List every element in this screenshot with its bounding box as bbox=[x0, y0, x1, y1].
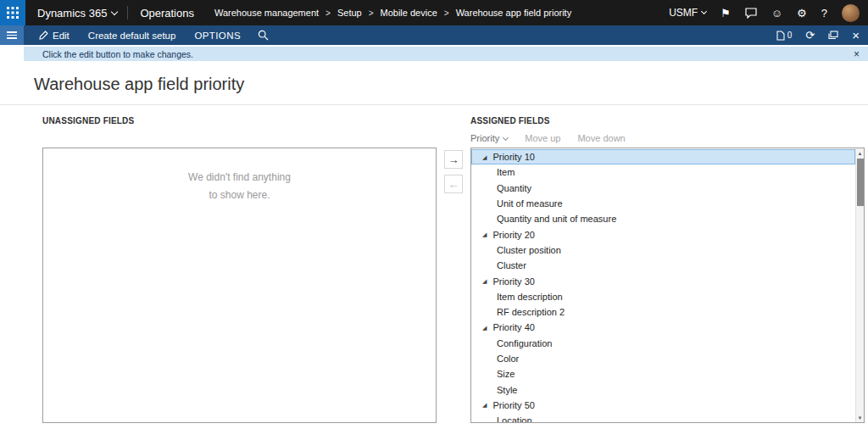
move-to-assigned-button[interactable]: ← bbox=[444, 175, 463, 193]
transfer-buttons: → ← bbox=[437, 116, 470, 423]
unassigned-fields-section: UNASSIGNED FIELDS We didn't find anythin… bbox=[42, 116, 437, 423]
tree-item-row[interactable]: Unit of measure bbox=[471, 196, 855, 211]
close-page-icon[interactable]: × bbox=[852, 29, 860, 42]
tree-item-row[interactable]: Cluster position bbox=[471, 242, 855, 258]
move-down-button[interactable]: Move down bbox=[577, 133, 625, 143]
attachment-doc-icon bbox=[776, 31, 785, 41]
arrow-left-icon: ← bbox=[448, 178, 459, 191]
breadcrumb: Warehouse management>Setup>Mobile device… bbox=[214, 8, 571, 18]
product-name: Dynamics 365 bbox=[37, 7, 107, 20]
scrollbar-thumb[interactable] bbox=[857, 159, 864, 206]
pencil-icon bbox=[39, 31, 48, 40]
tree-item-row[interactable]: Item description bbox=[471, 289, 855, 304]
unassigned-fields-header: UNASSIGNED FIELDS bbox=[42, 116, 437, 128]
edit-button-label: Edit bbox=[53, 31, 70, 41]
tree-item-label: Quantity and unit of measure bbox=[497, 214, 616, 224]
scroll-up-icon[interactable]: ▲ bbox=[858, 148, 863, 158]
move-up-label: Move up bbox=[525, 133, 560, 143]
assigned-fields-listbox[interactable]: ◢Priority 10ItemQuantityUnit of measureQ… bbox=[470, 148, 865, 423]
options-menu-button[interactable]: OPTIONS bbox=[191, 31, 244, 41]
tree-item-label: Quantity bbox=[497, 183, 531, 193]
tree-item-row[interactable]: Quantity bbox=[471, 181, 855, 196]
expand-collapse-icon[interactable]: ◢ bbox=[482, 231, 487, 237]
tree-group-label: Priority 40 bbox=[492, 322, 535, 332]
tree-group-label: Priority 50 bbox=[492, 400, 535, 410]
app-window: Dynamics 365 Operations Warehouse manage… bbox=[0, 0, 868, 423]
tree-item-row[interactable]: RF description 2 bbox=[471, 304, 855, 320]
product-switcher[interactable]: Dynamics 365 bbox=[25, 7, 127, 20]
tree-item-row[interactable]: Quantity and unit of measure bbox=[471, 211, 855, 226]
search-icon[interactable] bbox=[258, 30, 269, 41]
tree-group-row[interactable]: ◢Priority 20 bbox=[471, 226, 855, 242]
scrollbar[interactable]: ▲ ▼ bbox=[855, 148, 864, 422]
tree-item-label: RF description 2 bbox=[497, 307, 565, 317]
expand-collapse-icon[interactable]: ◢ bbox=[482, 325, 487, 331]
tree-item-row[interactable]: Cluster bbox=[471, 258, 855, 273]
unassigned-toolbar-spacer bbox=[42, 129, 437, 148]
app-launcher-button[interactable] bbox=[0, 0, 25, 25]
assigned-toolbar: Priority Move up Move down bbox=[470, 129, 865, 148]
breadcrumb-separator-icon: > bbox=[326, 8, 331, 18]
company-picker[interactable]: USMF bbox=[669, 7, 706, 19]
move-to-unassigned-button[interactable]: → bbox=[444, 150, 463, 169]
tree-item-label: Item description bbox=[497, 292, 563, 302]
page-header: Warehouse app field priority bbox=[0, 61, 868, 105]
gear-icon[interactable]: ⚙ bbox=[797, 8, 807, 19]
edit-button[interactable]: Edit bbox=[36, 31, 73, 41]
help-icon[interactable]: ? bbox=[821, 8, 827, 19]
create-default-setup-button[interactable]: Create default setup bbox=[85, 31, 180, 41]
scroll-down-icon[interactable]: ▼ bbox=[858, 413, 863, 422]
feedback-icon[interactable] bbox=[745, 8, 757, 19]
chevron-down-icon bbox=[503, 134, 509, 140]
open-in-new-window-icon[interactable] bbox=[828, 31, 838, 40]
move-down-label: Move down bbox=[577, 133, 625, 143]
tree-item-row[interactable]: Location bbox=[471, 413, 855, 423]
arrow-right-icon: → bbox=[448, 153, 459, 166]
tree-item-row[interactable]: Item bbox=[471, 164, 855, 180]
tree-item-row[interactable]: Style bbox=[471, 382, 855, 397]
breadcrumb-item[interactable]: Mobile device bbox=[381, 8, 437, 18]
breadcrumb-item[interactable]: Warehouse management bbox=[214, 8, 319, 18]
message-bar: Click the edit button to make changes. × bbox=[24, 47, 868, 61]
tree-group-label: Priority 20 bbox=[492, 230, 535, 240]
expand-collapse-icon[interactable]: ◢ bbox=[482, 402, 487, 408]
assigned-fields-section: ASSIGNED FIELDS Priority Move up Move do… bbox=[470, 116, 865, 423]
flag-icon[interactable]: ⚑ bbox=[721, 8, 731, 19]
assigned-fields-header: ASSIGNED FIELDS bbox=[470, 116, 865, 128]
priority-dropdown[interactable]: Priority bbox=[470, 133, 508, 143]
tree-group-label: Priority 30 bbox=[492, 276, 535, 287]
tree-group-row[interactable]: ◢Priority 40 bbox=[471, 320, 855, 335]
attachments-button[interactable]: 0 bbox=[776, 31, 793, 41]
expand-collapse-icon[interactable]: ◢ bbox=[482, 278, 487, 284]
hamburger-menu-button[interactable] bbox=[0, 25, 24, 45]
priority-dropdown-label: Priority bbox=[470, 133, 499, 143]
breadcrumb-item[interactable]: Setup bbox=[337, 8, 362, 18]
attachments-count: 0 bbox=[787, 31, 793, 40]
tree-group-row[interactable]: ◢Priority 30 bbox=[471, 273, 855, 288]
tree-item-label: Location bbox=[497, 415, 532, 423]
tree-item-label: Unit of measure bbox=[497, 198, 563, 209]
avatar[interactable] bbox=[842, 4, 860, 22]
tree-item-row[interactable]: Configuration bbox=[471, 336, 855, 351]
message-bar-text: Click the edit button to make changes. bbox=[42, 49, 193, 59]
tree-group-row[interactable]: ◢Priority 50 bbox=[471, 398, 855, 413]
tree-item-row[interactable]: Color bbox=[471, 351, 855, 366]
breadcrumb-separator-icon: > bbox=[369, 8, 374, 18]
empty-state-line1: We didn't find anything bbox=[43, 169, 436, 187]
company-name: USMF bbox=[669, 7, 698, 19]
refresh-icon[interactable]: ⟳ bbox=[805, 30, 815, 41]
chevron-down-icon bbox=[701, 8, 707, 14]
unassigned-fields-listbox[interactable]: We didn't find anything to show here. bbox=[42, 148, 437, 423]
smiley-icon[interactable]: ☺ bbox=[771, 8, 782, 19]
tree-item-label: Size bbox=[497, 369, 515, 379]
tree-item-row[interactable]: Size bbox=[471, 366, 855, 382]
page-title: Warehouse app field priority bbox=[34, 75, 868, 94]
breadcrumb-item[interactable]: Warehouse app field priority bbox=[456, 8, 572, 18]
options-label: OPTIONS bbox=[194, 31, 241, 41]
app-name[interactable]: Operations bbox=[128, 7, 206, 20]
move-up-button[interactable]: Move up bbox=[525, 133, 560, 143]
expand-collapse-icon[interactable]: ◢ bbox=[482, 154, 487, 160]
tree-group-row[interactable]: ◢Priority 10 bbox=[471, 149, 855, 164]
field-priority-content: UNASSIGNED FIELDS We didn't find anythin… bbox=[0, 105, 868, 423]
message-bar-close-icon[interactable]: × bbox=[854, 48, 860, 60]
